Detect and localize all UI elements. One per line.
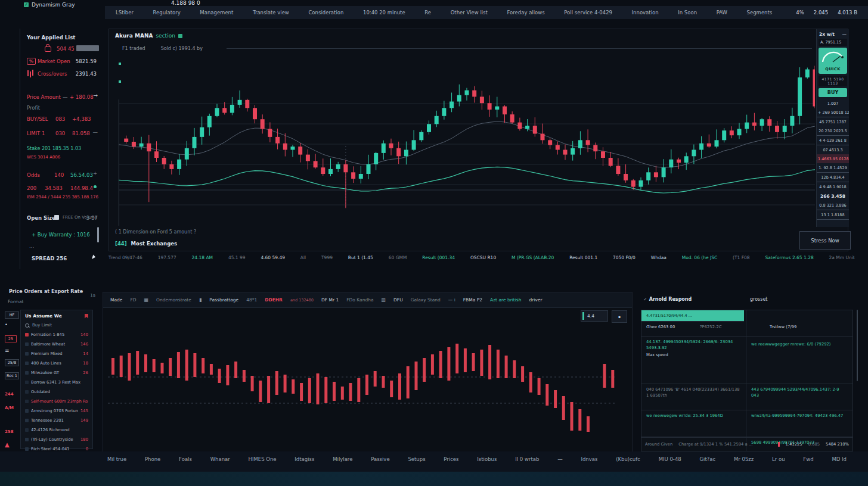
price-level[interactable]: 4 4-129 261 8 bbox=[817, 136, 849, 145]
toolbar-item[interactable]: Galaxy Stand bbox=[411, 297, 441, 303]
tab-traded[interactable]: F1 traded bbox=[122, 46, 145, 51]
toolbar-item[interactable]: ▮ bbox=[199, 297, 202, 303]
ratio-icon[interactable]: 25/8 bbox=[5, 359, 19, 366]
market-row[interactable]: (Tri-Lay) Countryside180 bbox=[21, 435, 92, 444]
footer-link[interactable]: Git?ac bbox=[700, 456, 716, 462]
top-nav-item[interactable]: 10:40 20 minute bbox=[363, 10, 405, 15]
count-258[interactable]: 258 bbox=[5, 429, 14, 434]
footer-link[interactable]: Idnvas bbox=[581, 456, 597, 462]
market-row[interactable]: Armstrong 0703 Fortune145 bbox=[21, 406, 92, 416]
top-nav-item[interactable]: Foreday allows bbox=[507, 10, 544, 15]
footer-link[interactable]: MIU 0-48 bbox=[659, 456, 681, 462]
odds-extra[interactable]: + bbox=[93, 170, 97, 176]
sidebar-scrollbar[interactable] bbox=[97, 227, 99, 242]
toolbar-item[interactable]: FDo Kandha bbox=[346, 297, 373, 303]
footer-link[interactable]: MD Id bbox=[832, 456, 846, 462]
price-level[interactable]: 20 230 2023.5 bbox=[817, 126, 849, 136]
list-icon[interactable]: ≡ bbox=[5, 348, 10, 354]
deal-r2-link[interactable]: we reewwwgegger mrewe: 6/0 (79292) bbox=[751, 341, 847, 347]
top-nav-item[interactable]: Innovation bbox=[632, 10, 659, 15]
volume-chart[interactable] bbox=[108, 316, 616, 450]
deal-r4-link[interactable]: wrwz4/4a-999599994-797094: 49423 496.47 bbox=[751, 413, 847, 419]
toolbar-item[interactable]: ▥ bbox=[382, 297, 386, 303]
footer-link[interactable]: Istiobus bbox=[477, 456, 497, 462]
footer-link[interactable]: Setups bbox=[408, 456, 425, 462]
price-level[interactable]: 13 1 1.8188 bbox=[817, 210, 849, 220]
footer-link[interactable]: Lr ou bbox=[772, 456, 785, 462]
footer-link[interactable]: — bbox=[557, 456, 563, 462]
deal-l2-link[interactable]: 44.137. 4999450334/5924: 2669/6: 23034 5… bbox=[646, 339, 742, 351]
footer-link[interactable]: Prices bbox=[444, 456, 458, 462]
market-row[interactable]: 400 Auto Lines18 bbox=[21, 359, 92, 368]
footer-link[interactable]: Idtagiss bbox=[294, 456, 314, 462]
toolbar-item[interactable]: driver bbox=[529, 297, 542, 303]
watchlist-search[interactable]: Buy Limit bbox=[21, 320, 92, 330]
market-row[interactable]: Premium Mixed14 bbox=[21, 349, 92, 359]
price-level[interactable]: 0.8 321 3.886 bbox=[817, 201, 849, 210]
top-nav-item[interactable]: Translate view bbox=[253, 10, 289, 15]
price-level[interactable]: 4 9.48 1.9018 bbox=[817, 182, 849, 191]
toolbar-item[interactable]: FD bbox=[130, 297, 136, 303]
footer-link[interactable]: (Kbu)cufc bbox=[616, 456, 640, 462]
footer-link[interactable]: Mil true bbox=[107, 456, 126, 462]
toolbar-item[interactable]: FBMa P2 bbox=[463, 297, 482, 303]
top-nav-item[interactable]: Other View list bbox=[451, 10, 488, 15]
gauge-card[interactable]: QUICK bbox=[819, 48, 847, 74]
buy-warranty-link[interactable]: + Buy Warranty : 1016 bbox=[32, 232, 90, 238]
top-nav-item[interactable]: Re bbox=[424, 10, 431, 15]
footer-link[interactable]: Mr 0Szz bbox=[734, 456, 754, 462]
top-nav-item[interactable]: Segments bbox=[747, 10, 773, 15]
toolbar-item[interactable]: Azt are british bbox=[490, 297, 522, 303]
top-nav-item[interactable]: In Soon bbox=[678, 10, 697, 15]
market-row[interactable]: Borrow 6341 3 Rest Max bbox=[21, 378, 92, 387]
toolbar-item[interactable]: DDEHR bbox=[265, 297, 283, 303]
footer-link[interactable]: Fwd bbox=[803, 456, 813, 462]
deal-l4-link[interactable]: we reewwegew wrrde: 25.34 3 1964D bbox=[646, 413, 743, 419]
top-nav-item[interactable]: PAW bbox=[717, 10, 727, 15]
market-row[interactable]: Outdated bbox=[21, 387, 92, 397]
market-row[interactable]: 42-4126 Richmond bbox=[21, 425, 92, 435]
footer-link[interactable]: Passive bbox=[371, 456, 389, 462]
toolbar-item[interactable]: ▦ bbox=[144, 297, 149, 303]
selected-deal-cell[interactable]: 4.4731/5170/94/44.4 ... bbox=[641, 310, 744, 321]
candlestick-chart[interactable] bbox=[119, 57, 815, 226]
price-level[interactable]: 1. 92.8 1.4529 bbox=[817, 163, 849, 173]
tab-sold[interactable]: Sold c) 1991.4 by bbox=[161, 46, 203, 51]
top-nav-item[interactable]: LStiber bbox=[116, 10, 134, 15]
buy-button[interactable]: BUY bbox=[819, 88, 847, 97]
top-nav-item[interactable]: Regulatory bbox=[153, 10, 181, 15]
footer-link[interactable]: HIMES One bbox=[249, 456, 277, 462]
white-box-icon[interactable] bbox=[54, 215, 59, 220]
minimize-icon[interactable]: — bbox=[842, 32, 847, 37]
chart-section-link[interactable]: section bbox=[156, 33, 175, 39]
toolbar-item[interactable]: — i bbox=[448, 297, 455, 303]
price-level[interactable]: 266 3.458 bbox=[817, 191, 849, 201]
toolbar-item[interactable]: and 132480 bbox=[290, 298, 314, 303]
deals-scrollbar[interactable] bbox=[857, 310, 858, 381]
footer-link[interactable]: Foals bbox=[179, 456, 192, 462]
hf-icon[interactable]: HF bbox=[5, 311, 19, 319]
price-level[interactable]: 45 7751 1787 bbox=[817, 117, 849, 126]
price-level[interactable]: 1.007 bbox=[817, 99, 849, 108]
rec-icon[interactable]: Rec 1 bbox=[5, 372, 19, 379]
deal-r3-link[interactable]: 443 6794099944 5293/44/47096.1437: 2-9 0… bbox=[751, 387, 847, 398]
toolbar-item[interactable]: Ondemonstrate bbox=[156, 297, 191, 303]
top-nav-item[interactable]: Consideration bbox=[308, 10, 343, 15]
footer-link[interactable]: II 0 wrtab bbox=[515, 456, 539, 462]
price-level[interactable]: 1.4663.95 0128 bbox=[817, 154, 849, 163]
badge-25[interactable]: 25 bbox=[5, 335, 17, 342]
am-icon[interactable]: A/M bbox=[5, 406, 14, 410]
dot-icon[interactable]: • bbox=[5, 322, 8, 328]
market-row[interactable]: Tennessee 2201149 bbox=[21, 416, 92, 425]
toolbar-item[interactable]: DFU bbox=[393, 297, 403, 303]
price-level[interactable]: + 269 50018 12 bbox=[817, 108, 849, 117]
arrow-right-icon[interactable]: → bbox=[93, 92, 98, 98]
footer-link[interactable]: Phone bbox=[145, 456, 160, 462]
collapse-dash[interactable]: — bbox=[93, 129, 98, 135]
stress-now-button[interactable]: Stress Now bbox=[799, 231, 851, 250]
bookmark-icon[interactable] bbox=[85, 314, 88, 319]
top-nav-item[interactable]: Poll service 4-0429 bbox=[564, 10, 612, 15]
market-row[interactable]: Formation 1-845140 bbox=[21, 330, 92, 339]
toolbar-item[interactable]: Made bbox=[110, 297, 122, 303]
toolbar-item[interactable]: 48*1 bbox=[246, 297, 257, 303]
